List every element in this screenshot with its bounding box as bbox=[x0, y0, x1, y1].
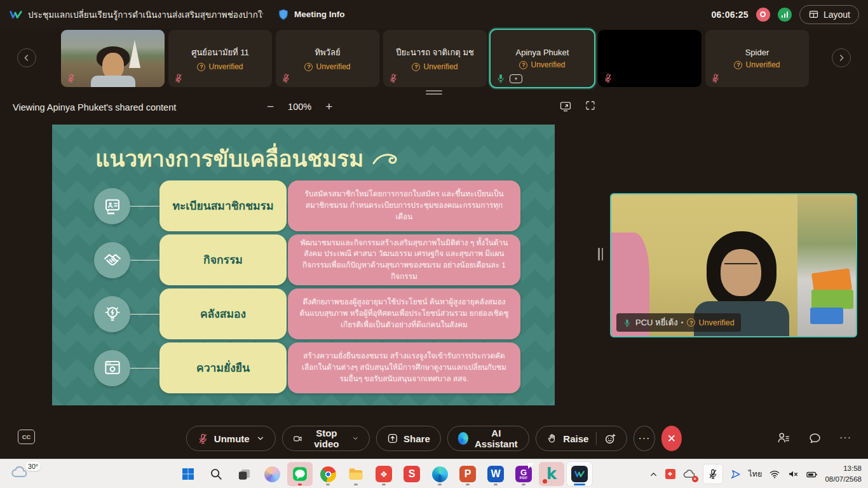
mic-muted-icon bbox=[66, 73, 76, 83]
unverified-badge: ?Unverified bbox=[687, 318, 734, 327]
stop-video-button[interactable]: Stop video bbox=[282, 426, 370, 451]
member-card-icon bbox=[94, 188, 130, 224]
captions-button[interactable]: CC bbox=[18, 430, 35, 444]
meeting-timer: 06:06:25 bbox=[712, 10, 749, 20]
unverified-badge: ?Unverified bbox=[197, 62, 243, 71]
powerpoint-app-button[interactable]: P bbox=[455, 462, 480, 486]
wifi-icon[interactable] bbox=[769, 468, 780, 480]
copilot-button[interactable] bbox=[259, 462, 285, 486]
ai-assistant-button[interactable]: AI Assistant bbox=[447, 426, 530, 451]
unverified-badge: ?Unverified bbox=[519, 60, 565, 69]
tray-chevron-up-icon[interactable] bbox=[649, 470, 658, 479]
volume-muted-icon[interactable] bbox=[787, 468, 799, 480]
zoom-out-button[interactable]: − bbox=[267, 100, 274, 114]
filmstrip-next-button[interactable] bbox=[832, 48, 851, 67]
task-view-button[interactable] bbox=[231, 462, 257, 486]
mic-muted-icon bbox=[281, 73, 291, 83]
meeting-toolbar: CC Unmute Stop video Share AI Assistant … bbox=[0, 419, 868, 459]
k-app-button[interactable]: k bbox=[539, 462, 564, 486]
meeting-info-button[interactable]: Meeting Info bbox=[294, 10, 345, 19]
participant-tile[interactable]: ปียะนารถ จาติเกตุ มช ?Unverified bbox=[383, 30, 487, 87]
temple-backdrop bbox=[129, 40, 140, 68]
mic-muted-icon bbox=[197, 433, 209, 445]
chrome-app-button[interactable] bbox=[315, 462, 341, 486]
shared-content-bar: Viewing Apinya Phuket's shared content −… bbox=[0, 92, 868, 125]
word-app-button[interactable]: W bbox=[483, 462, 508, 486]
more-panels-button[interactable]: ··· bbox=[839, 432, 851, 444]
unmute-button[interactable]: Unmute bbox=[186, 426, 276, 451]
copilot-icon bbox=[264, 466, 280, 482]
zoom-level[interactable]: 100% bbox=[288, 102, 311, 112]
camera-icon bbox=[293, 433, 302, 445]
fullscreen-icon[interactable] bbox=[585, 100, 596, 111]
chevron-down-icon[interactable] bbox=[352, 434, 359, 443]
task-view-icon bbox=[237, 467, 252, 482]
battery-icon[interactable] bbox=[806, 468, 818, 480]
connector-line bbox=[130, 260, 159, 261]
onedrive-error-icon[interactable]: ✕ bbox=[682, 467, 696, 481]
g-pdf-app-button[interactable]: GPDF bbox=[511, 462, 536, 486]
clock-time: 13:58 bbox=[825, 463, 862, 474]
chevron-down-icon[interactable] bbox=[256, 434, 265, 443]
file-explorer-button[interactable] bbox=[343, 462, 369, 486]
red-diamond-app-button[interactable]: ❖ bbox=[371, 462, 397, 486]
taskbar-search-button[interactable] bbox=[203, 462, 229, 486]
question-icon: ? bbox=[687, 318, 695, 327]
filmstrip-prev-button[interactable] bbox=[17, 48, 36, 67]
snagit-icon: S bbox=[403, 466, 420, 482]
participant-tile[interactable]: ทิพวัลย์ ?Unverified bbox=[276, 30, 379, 87]
participant-tile-camera-off[interactable] bbox=[598, 30, 702, 87]
chat-panel-icon[interactable] bbox=[808, 431, 822, 445]
recording-indicator-icon[interactable] bbox=[756, 8, 770, 22]
g-pdf-icon: GPDF bbox=[515, 466, 532, 482]
slide-topic-desc: พัฒนาชมรมและกิจกรรมสร้างเสริมสุขภาพในมิต… bbox=[288, 234, 520, 285]
floating-participant-video[interactable]: PCU หยี่เต้ง ?Unverified bbox=[610, 193, 857, 337]
connector-line bbox=[130, 314, 159, 315]
line-app-button[interactable] bbox=[287, 462, 313, 486]
tray-cursor-icon[interactable] bbox=[729, 468, 742, 480]
video-pane-drag-handle[interactable] bbox=[598, 248, 603, 261]
tray-red-diamond-icon[interactable]: ❖ bbox=[665, 469, 675, 479]
more-options-button[interactable]: ··· bbox=[634, 426, 654, 451]
screen-sharing-icon bbox=[510, 74, 522, 83]
reactions-emoji-icon[interactable] bbox=[604, 433, 616, 445]
network-signal-icon[interactable] bbox=[778, 8, 792, 22]
word-icon: W bbox=[487, 466, 504, 482]
slide-title: แนวทางการขับเคลื่อนชมรม bbox=[95, 141, 399, 176]
line-icon bbox=[292, 466, 308, 482]
viewing-status-text: Viewing Apinya Phuket's shared content bbox=[13, 102, 176, 112]
weather-widget[interactable]: 30° bbox=[10, 463, 39, 485]
participant-name: ศูนย์อนามัยที่ 11 bbox=[191, 46, 249, 59]
search-icon bbox=[209, 467, 223, 481]
participant-tile-video[interactable] bbox=[61, 30, 165, 87]
edge-app-button[interactable] bbox=[427, 462, 452, 486]
edge-icon bbox=[432, 466, 448, 482]
meeting-title-bar: ประชุมแลกเปลี่ยนเรียนรู้การดำเนินงานส่งเ… bbox=[0, 0, 868, 29]
share-button[interactable]: Share bbox=[376, 426, 441, 451]
participant-tile[interactable]: Spider ?Unverified bbox=[705, 30, 809, 87]
start-button[interactable] bbox=[175, 462, 201, 486]
taskbar-clock[interactable]: 13:58 08/07/2568 bbox=[825, 463, 862, 484]
red-diamond-icon: ❖ bbox=[376, 466, 392, 482]
participant-tile[interactable]: ศูนย์อนามัยที่ 11 ?Unverified bbox=[168, 30, 272, 87]
layout-button[interactable]: Layout bbox=[799, 5, 859, 24]
slide-row: ทะเบียนสมาชิกชมรม รับสมัครสมาชิกใหม่โดยก… bbox=[94, 180, 520, 231]
participant-name: Spider bbox=[745, 48, 770, 57]
notification-dot bbox=[543, 479, 547, 484]
chevron-left-icon bbox=[22, 53, 32, 63]
pop-out-window-icon[interactable] bbox=[559, 100, 572, 112]
leave-meeting-button[interactable]: ✕ bbox=[661, 426, 682, 451]
tray-mic-muted-icon[interactable] bbox=[703, 464, 722, 484]
zoom-in-button[interactable]: + bbox=[325, 100, 332, 114]
mic-muted-icon bbox=[388, 73, 398, 83]
mic-muted-icon bbox=[173, 73, 184, 83]
slide-row: ความยั่งยืน สร้างความยั่งยืนของชมรม สร้า… bbox=[94, 342, 520, 393]
participants-panel-icon[interactable] bbox=[776, 431, 790, 445]
language-indicator[interactable]: ไทย bbox=[749, 468, 763, 480]
raise-hand-button[interactable]: Raise bbox=[536, 426, 627, 451]
participant-tile-active-sharer[interactable]: Apinya Phuket ?Unverified bbox=[491, 30, 594, 87]
voov-meeting-app-button[interactable] bbox=[567, 462, 592, 486]
snagit-app-button[interactable]: S bbox=[399, 462, 424, 486]
temperature-label: 30° bbox=[25, 462, 41, 471]
question-icon: ? bbox=[734, 61, 742, 69]
